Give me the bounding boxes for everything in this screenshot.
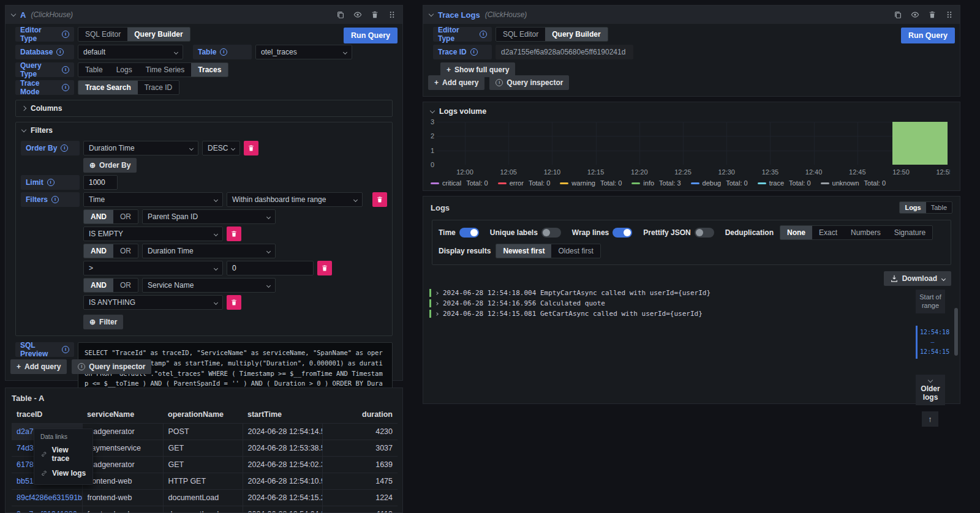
database-select[interactable]: default (78, 45, 183, 59)
seg-option-table[interactable]: Table (78, 63, 110, 77)
filter-field-select[interactable]: Time (83, 192, 223, 207)
seg-option-numbers[interactable]: Numbers (844, 226, 888, 239)
seg-option-newest-first[interactable]: Newest first (496, 244, 551, 258)
download-button[interactable]: Download (884, 271, 951, 286)
limit-input[interactable] (83, 175, 118, 190)
older-logs-button[interactable]: Older logs (916, 375, 945, 406)
copy-icon[interactable] (894, 10, 902, 19)
remove-order-by-button[interactable] (244, 141, 258, 155)
circled-plus-icon: ⊕ (89, 318, 96, 326)
scrollbar-thumb[interactable] (954, 308, 958, 356)
condition-value-input[interactable] (227, 261, 314, 275)
seg-option-and[interactable]: AND (84, 279, 113, 292)
view-trace-menu-item[interactable]: View trace (34, 443, 92, 466)
eye-icon[interactable] (911, 10, 919, 19)
toggle-switch-wrap-lines[interactable] (612, 228, 632, 238)
column-header-duration[interactable]: duration (322, 407, 398, 424)
remove-filter-button[interactable] (372, 192, 387, 207)
remove-condition-button[interactable] (227, 295, 241, 310)
condition-field-select[interactable]: Duration Time (142, 244, 276, 258)
legend-item-info[interactable]: infoTotal: 3 (631, 179, 680, 187)
seg-option-table[interactable]: Table (926, 202, 952, 213)
seg-option-oldest-first[interactable]: Oldest first (551, 244, 600, 258)
trash-icon[interactable] (928, 10, 937, 19)
seg-option-none[interactable]: None (780, 226, 812, 239)
expand-chevron-icon[interactable] (435, 312, 439, 316)
columns-section[interactable]: Columns (15, 100, 393, 117)
seg-option-traces[interactable]: Traces (191, 63, 228, 77)
filter-time-range-select[interactable]: Within dashboard time range (227, 192, 363, 207)
copy-icon[interactable] (336, 10, 345, 19)
remove-condition-button[interactable] (317, 261, 332, 275)
seg-option-or[interactable]: OR (113, 279, 138, 292)
log-row[interactable]: 2024-06-28 12:54:15.081 GetCartAsync cal… (429, 309, 954, 318)
drag-handle-icon[interactable] (388, 10, 396, 19)
seg-option-logs[interactable]: Logs (110, 63, 139, 77)
filters-section-header[interactable]: Filters (16, 122, 392, 138)
seg-option-or[interactable]: OR (113, 210, 138, 223)
collapse-chevron-icon[interactable] (429, 11, 434, 16)
run-query-button[interactable]: Run Query (901, 28, 955, 43)
expand-chevron-icon[interactable] (435, 291, 439, 295)
seg-option-time-series[interactable]: Time Series (139, 63, 192, 77)
toggle-switch-unique-labels[interactable] (541, 228, 561, 238)
seg-option-and[interactable]: AND (84, 210, 113, 223)
condition-operator-select[interactable]: > (83, 261, 223, 275)
column-header-startTime[interactable]: startTime (243, 407, 322, 424)
y-axis-tick-label: 1 (424, 147, 434, 154)
trace-id-link[interactable]: 9ce7ccf61941886... (12, 506, 82, 513)
log-row[interactable]: 2024-06-28 12:54:16.956 Calculated quote (429, 299, 954, 308)
collapse-chevron-icon[interactable] (11, 11, 16, 16)
condition-field-select[interactable]: Service Name (142, 278, 276, 293)
table-select[interactable]: otel_traces (255, 45, 352, 59)
seg-option-or[interactable]: OR (113, 244, 138, 258)
panel-subtitle: (ClickHouse) (485, 10, 527, 19)
seg-option-exact[interactable]: Exact (812, 226, 844, 239)
query-inspector-button[interactable]: iQuery inspector (489, 75, 569, 90)
column-header-traceID[interactable]: traceID (12, 407, 82, 424)
add-filter-button[interactable]: ⊕Filter (83, 315, 123, 329)
logs-volume-header[interactable]: Logs volume (423, 102, 960, 116)
legend-item-critical[interactable]: criticalTotal: 0 (431, 179, 488, 187)
query-inspector-button[interactable]: iQuery inspector (72, 359, 151, 374)
run-query-button[interactable]: Run Query (344, 28, 398, 43)
seg-option-sql-editor[interactable]: SQL Editor (78, 28, 127, 41)
condition-field-select[interactable]: Parent Span ID (142, 209, 276, 224)
seg-option-sql-editor[interactable]: SQL Editor (496, 28, 545, 41)
legend-item-debug[interactable]: debugTotal: 0 (691, 179, 748, 187)
add-query-button[interactable]: +Add query (428, 75, 484, 90)
log-range-timestamps[interactable]: 12:54:18 — 12:54:15 (916, 326, 945, 359)
toggle-switch-time[interactable] (459, 228, 479, 238)
seg-option-query-builder[interactable]: Query Builder (545, 28, 607, 41)
log-row[interactable]: 2024-06-28 12:54:18.004 EmptyCartAsync c… (429, 288, 954, 298)
legend-item-unknown[interactable]: unknownTotal: 0 (821, 179, 886, 187)
view-logs-menu-item[interactable]: View logs (34, 466, 92, 481)
seg-option-signature[interactable]: Signature (888, 226, 932, 239)
trace-id-field[interactable]: d2a7155ef6a928a05680e5ff6190241d (496, 45, 633, 59)
drag-handle-icon[interactable] (945, 10, 954, 19)
expand-chevron-icon[interactable] (435, 302, 439, 305)
condition-operator-select[interactable]: IS ANYTHING (83, 295, 223, 310)
seg-option-logs[interactable]: Logs (900, 202, 925, 213)
column-header-serviceName[interactable]: serviceName (82, 407, 163, 424)
eye-icon[interactable] (353, 10, 362, 19)
seg-option-trace-id[interactable]: Trace ID (138, 81, 179, 94)
trash-icon[interactable] (371, 10, 379, 19)
legend-item-warning[interactable]: warningTotal: 0 (560, 179, 622, 187)
remove-condition-button[interactable] (227, 227, 241, 241)
x-axis-tick-label: 12:20 (627, 168, 652, 176)
scroll-to-top-button[interactable]: ↑ (922, 411, 938, 427)
seg-option-and[interactable]: AND (84, 244, 113, 258)
legend-item-trace[interactable]: traceTotal: 0 (758, 179, 811, 187)
seg-option-trace-search[interactable]: Trace Search (78, 81, 138, 94)
toggle-switch-prettify-json[interactable] (695, 228, 714, 238)
trace-id-link[interactable]: 89cf4286e631591b4... (12, 490, 82, 506)
condition-operator-select[interactable]: IS EMPTY (83, 227, 223, 241)
add-query-button[interactable]: +Add query (10, 359, 67, 374)
order-by-field-select[interactable]: Duration Time (83, 141, 198, 155)
seg-option-query-builder[interactable]: Query Builder (127, 28, 189, 41)
order-by-direction-select[interactable]: DESC (202, 141, 240, 155)
legend-item-error[interactable]: errorTotal: 0 (498, 179, 551, 187)
column-header-operationName[interactable]: operationName (163, 407, 243, 424)
add-order-by-button[interactable]: ⊕Order By (83, 158, 137, 173)
